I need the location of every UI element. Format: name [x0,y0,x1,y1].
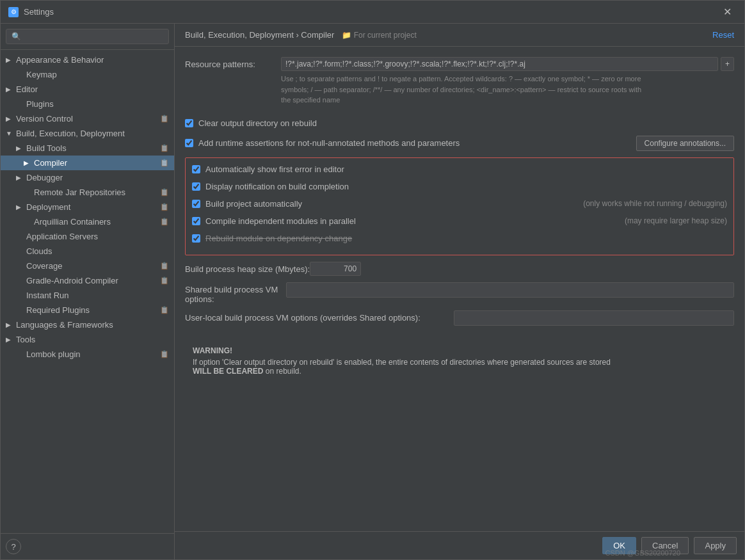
watermark: CSDN @GBS20200720 [605,549,680,557]
sidebar-item-debugger[interactable]: ▶ Debugger [1,170,174,185]
warning-title: WARNING! [193,346,726,355]
sidebar-item-compiler[interactable]: ▶ Compiler 📋 [1,156,174,170]
arrow-icon: ▶ [16,174,24,181]
breadcrumb: Build, Execution, Deployment › Compiler [185,30,334,40]
reset-button[interactable]: Reset [712,30,734,40]
display-notification-checkbox[interactable] [192,182,200,191]
nav-tree: ▶ Appearance & Behavior Keymap ▶ Editor … [1,50,174,533]
user-vm-row: User-local build process VM options (ove… [185,310,734,326]
sidebar-item-plugins[interactable]: Plugins [1,97,174,111]
resource-patterns-hint: Use ; to separate patterns and ! to nega… [281,74,734,106]
sidebar-item-tools[interactable]: ▶ Tools [1,332,174,347]
build-auto-checkbox[interactable] [192,200,200,208]
sidebar-item-languages[interactable]: ▶ Languages & Frameworks [1,317,174,332]
sidebar-item-deployment[interactable]: ▶ Deployment 📋 [1,200,174,214]
for-project-label: 📁 For current project [342,31,416,40]
copy-icon: 📋 [160,159,169,167]
project-icon: 📁 [342,31,353,40]
compile-parallel-row: Compile independent modules in parallel … [192,215,727,227]
auto-show-error-row: Automatically show first error in editor [192,163,727,175]
sidebar-item-remote-jar[interactable]: Remote Jar Repositories 📋 [1,185,174,200]
apply-button[interactable]: Apply [694,537,737,554]
copy-icon: 📋 [160,203,169,211]
sidebar-bottom: ? [1,533,174,559]
app-icon: ⚙ [8,7,19,17]
arrow-icon: ▶ [16,204,24,211]
add-runtime-row: Add runtime assertions for not-null-anno… [185,134,734,152]
sidebar-item-keymap[interactable]: Keymap [1,67,174,82]
rebuild-module-label: Rebuild module on dependency change [205,234,727,243]
add-pattern-button[interactable]: + [721,57,734,71]
resource-patterns-input-row: + [281,57,734,71]
window-title: Settings [24,7,718,17]
arrow-icon: ▶ [6,86,13,93]
shared-vm-input[interactable] [286,282,734,298]
sidebar-item-build-tools[interactable]: ▶ Build Tools 📋 [1,141,174,156]
user-vm-input[interactable] [454,310,734,326]
resource-patterns-field: + Use ; to separate patterns and ! to ne… [281,57,734,106]
heap-size-label: Build process heap size (Mbytes): [185,262,310,274]
sidebar-item-build-exec[interactable]: ▼ Build, Execution, Deployment [1,126,174,141]
resource-patterns-row: Resource patterns: + Use ; to separate p… [185,57,734,106]
warning-text: If option 'Clear output directory on reb… [193,358,726,376]
sidebar: ▶ Appearance & Behavior Keymap ▶ Editor … [1,24,175,559]
arrow-icon: ▶ [6,321,13,328]
user-vm-label: User-local build process VM options (ove… [185,310,454,323]
sidebar-item-editor[interactable]: ▶ Editor [1,82,174,97]
rebuild-module-checkbox[interactable] [192,234,200,243]
shared-vm-label: Shared build process VM options: [185,282,286,304]
arrow-icon: ▶ [24,159,31,166]
compile-parallel-note: (may require larger heap size) [625,216,727,225]
sidebar-item-appearance[interactable]: ▶ Appearance & Behavior [1,52,174,67]
arrow-icon: ▼ [6,130,13,137]
display-notification-label: Display notification on build completion [205,182,727,191]
right-panel: Build, Execution, Deployment › Compiler … [175,24,744,559]
arrow-icon: ▶ [6,115,13,122]
clear-output-label: Clear output directory on rebuild [198,118,734,128]
copy-icon: 📋 [160,350,169,358]
compile-parallel-label: Compile independent modules in parallel [205,216,614,226]
arrow-icon: ▶ [16,145,24,152]
rebuild-module-row: Rebuild module on dependency change [192,232,727,244]
resource-patterns-input[interactable] [281,57,718,71]
panel-header: Build, Execution, Deployment › Compiler … [175,24,744,47]
configure-annotations-button[interactable]: Configure annotations... [636,136,734,151]
search-box [1,24,174,50]
main-content: ▶ Appearance & Behavior Keymap ▶ Editor … [1,24,744,559]
sidebar-item-lombok[interactable]: Lombok plugin 📋 [1,347,174,362]
warning-section: WARNING! If option 'Clear output directo… [185,339,734,383]
search-input[interactable] [6,29,169,44]
sidebar-item-required-plugins[interactable]: Required Plugins 📋 [1,303,174,317]
sidebar-item-arquillian[interactable]: Arquillian Containers 📋 [1,214,174,229]
build-auto-note: (only works while not running / debuggin… [583,199,727,208]
heap-size-input[interactable] [310,262,361,276]
sidebar-item-app-servers[interactable]: Application Servers [1,229,174,244]
copy-icon: 📋 [160,115,169,123]
clear-output-checkbox[interactable] [185,119,193,127]
arrow-icon: ▶ [6,56,13,63]
sidebar-item-gradle-android[interactable]: Gradle-Android Compiler 📋 [1,273,174,288]
add-runtime-checkbox[interactable] [185,139,193,147]
copy-icon: 📋 [160,306,169,314]
compile-parallel-checkbox[interactable] [192,217,200,225]
auto-show-error-checkbox[interactable] [192,165,200,173]
copy-icon: 📋 [160,262,169,270]
sidebar-item-instant-run[interactable]: Instant Run [1,288,174,303]
copy-icon: 📋 [160,276,169,285]
sidebar-item-coverage[interactable]: Coverage 📋 [1,259,174,273]
panel-footer: OK Cancel Apply CSDN @GBS20200720 [175,531,744,559]
highlighted-section: Automatically show first error in editor… [185,157,734,255]
display-notification-row: Display notification on build completion [192,180,727,193]
copy-icon: 📋 [160,188,169,196]
title-bar: ⚙ Settings ✕ [1,1,744,24]
sidebar-item-version-control[interactable]: ▶ Version Control 📋 [1,111,174,126]
clear-output-row: Clear output directory on rebuild [185,117,734,129]
help-button[interactable]: ? [6,539,21,554]
copy-icon: 📋 [160,144,169,152]
heap-size-row: Build process heap size (Mbytes): [185,262,734,276]
add-runtime-label: Add runtime assertions for not-null-anno… [198,138,629,148]
settings-window: ⚙ Settings ✕ ▶ Appearance & Behavior Key… [0,0,745,560]
panel-content: Resource patterns: + Use ; to separate p… [175,47,744,531]
close-button[interactable]: ✕ [718,3,737,20]
sidebar-item-clouds[interactable]: Clouds [1,244,174,259]
